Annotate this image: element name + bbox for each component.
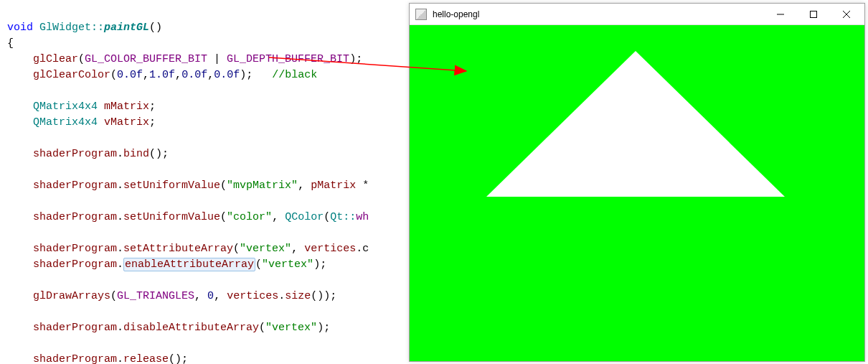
close-icon bbox=[843, 11, 850, 18]
scope-op: :: bbox=[91, 22, 104, 34]
close-button[interactable] bbox=[830, 4, 863, 25]
function-name: paintGL bbox=[104, 22, 149, 34]
minimize-button[interactable] bbox=[764, 4, 797, 25]
titlebar[interactable]: hello-opengl bbox=[410, 4, 864, 25]
window-controls bbox=[764, 4, 863, 25]
type-name: GlWidget bbox=[39, 22, 91, 34]
svg-rect-1 bbox=[811, 11, 817, 17]
gl-clear-call: glClear bbox=[33, 53, 78, 65]
window-title: hello-opengl bbox=[433, 9, 764, 19]
minimize-icon bbox=[777, 11, 784, 18]
app-icon bbox=[415, 9, 427, 20]
gl-clearcolor-call: glClearColor bbox=[33, 69, 110, 81]
maximize-button[interactable] bbox=[797, 4, 830, 25]
keyword: void bbox=[7, 22, 33, 34]
maximize-icon bbox=[810, 11, 817, 18]
highlighted-token[interactable]: enableAttributeArray bbox=[123, 258, 255, 271]
code-editor[interactable]: void GlWidget::paintGL() { glClear(GL_CO… bbox=[0, 0, 409, 364]
rendered-triangle bbox=[486, 51, 785, 197]
gl-viewport bbox=[410, 25, 864, 361]
comment: //black bbox=[272, 69, 317, 81]
opengl-window[interactable]: hello-opengl bbox=[409, 3, 865, 362]
